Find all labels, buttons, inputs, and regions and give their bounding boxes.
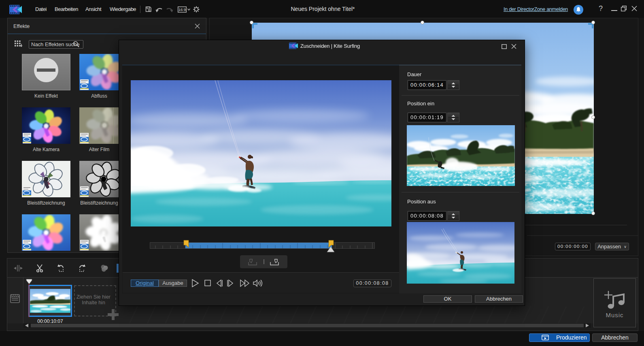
svg-text:16:9: 16:9 bbox=[179, 7, 186, 12]
